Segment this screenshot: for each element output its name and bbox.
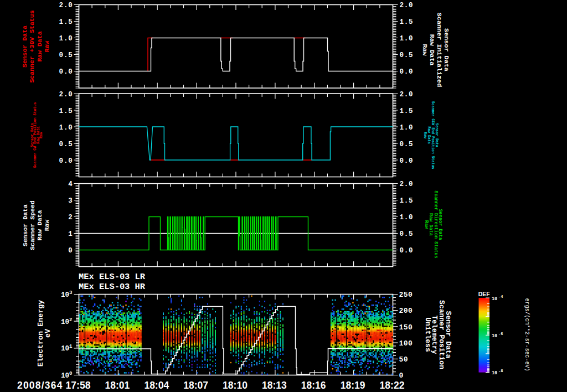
svg-text:1: 1 xyxy=(68,230,73,238)
svg-text:1.5: 1.5 xyxy=(59,107,73,115)
svg-text:2: 2 xyxy=(69,317,72,323)
svg-text:Unitless: Unitless xyxy=(424,317,432,352)
svg-text:18:04: 18:04 xyxy=(144,380,169,391)
svg-text:1.0: 1.0 xyxy=(400,124,414,132)
svg-text:0.5: 0.5 xyxy=(400,230,414,238)
svg-text:Raw: Raw xyxy=(421,44,429,56)
svg-text:Scanner Speed: Scanner Speed xyxy=(29,200,36,250)
svg-text:10: 10 xyxy=(61,372,69,380)
svg-text:-4: -4 xyxy=(498,295,503,299)
svg-text:0.5: 0.5 xyxy=(59,141,73,148)
svg-text:2008/364: 2008/364 xyxy=(17,380,63,391)
svg-text:Raw: Raw xyxy=(424,220,429,229)
svg-text:50: 50 xyxy=(399,355,409,364)
svg-text:Sensor Data: Sensor Data xyxy=(21,25,28,68)
svg-text:0.5: 0.5 xyxy=(59,51,73,59)
svg-text:10: 10 xyxy=(492,333,497,339)
svg-text:10: 10 xyxy=(61,345,69,353)
svg-text:0.0: 0.0 xyxy=(400,157,414,165)
svg-text:0: 0 xyxy=(68,247,73,255)
svg-text:1: 1 xyxy=(69,344,73,349)
svg-text:Raw: Raw xyxy=(39,132,43,138)
svg-text:0.0: 0.0 xyxy=(400,68,414,76)
svg-text:0: 0 xyxy=(399,372,404,380)
svg-text:0.0: 0.0 xyxy=(400,247,414,255)
svg-text:1.0: 1.0 xyxy=(59,124,73,132)
svg-text:Scanner +30V Status: Scanner +30V Status xyxy=(28,10,35,82)
svg-text:18:13: 18:13 xyxy=(262,380,287,391)
svg-text:1.0: 1.0 xyxy=(400,214,414,221)
svg-text:18:10: 18:10 xyxy=(223,380,248,391)
svg-text:2.0: 2.0 xyxy=(59,91,73,99)
svg-text:-6: -6 xyxy=(498,332,503,336)
svg-text:0.0: 0.0 xyxy=(59,68,73,76)
svg-text:18:16: 18:16 xyxy=(301,380,326,391)
svg-text:3: 3 xyxy=(68,197,73,205)
svg-text:2.0: 2.0 xyxy=(400,2,414,9)
svg-text:10: 10 xyxy=(492,370,497,376)
svg-text:1.0: 1.0 xyxy=(400,35,414,43)
svg-text:200: 200 xyxy=(399,307,413,315)
svg-text:10: 10 xyxy=(61,318,69,326)
svg-text:2.0: 2.0 xyxy=(400,91,414,99)
svg-text:0: 0 xyxy=(69,371,72,376)
svg-text:0.5: 0.5 xyxy=(400,141,414,148)
svg-text:ergs/(cm**2-sr-sec-eV): ergs/(cm**2-sr-sec-eV) xyxy=(524,298,530,371)
svg-text:1.5: 1.5 xyxy=(59,18,73,26)
svg-text:18:19: 18:19 xyxy=(341,380,365,391)
svg-text:Raw: Raw xyxy=(424,132,427,138)
svg-text:MEx ELS-03 LR: MEx ELS-03 LR xyxy=(79,272,146,282)
svg-text:1.5: 1.5 xyxy=(400,18,414,26)
svg-text:2.0: 2.0 xyxy=(59,2,73,9)
svg-text:18:22: 18:22 xyxy=(380,380,405,391)
svg-text:0.0: 0.0 xyxy=(59,157,73,165)
svg-text:MEx ELS-03 HR: MEx ELS-03 HR xyxy=(79,282,146,292)
svg-text:150: 150 xyxy=(399,323,413,332)
svg-text:10: 10 xyxy=(492,296,497,302)
svg-text:DEF: DEF xyxy=(478,291,491,297)
svg-text:18:01: 18:01 xyxy=(105,380,130,391)
svg-text:17:58: 17:58 xyxy=(66,380,91,391)
svg-text:1.5: 1.5 xyxy=(400,197,414,205)
svg-text:3: 3 xyxy=(69,290,72,296)
svg-text:Raw Data: Raw Data xyxy=(36,210,43,240)
svg-text:Sensor Data: Sensor Data xyxy=(22,204,29,246)
svg-text:1.0: 1.0 xyxy=(59,35,73,43)
svg-text:2.0: 2.0 xyxy=(400,180,414,188)
svg-text:18:07: 18:07 xyxy=(183,380,208,391)
svg-text:0.5: 0.5 xyxy=(400,51,414,59)
svg-text:eV: eV xyxy=(44,328,52,338)
svg-text:-8: -8 xyxy=(498,369,503,373)
svg-text:Raw: Raw xyxy=(43,220,50,231)
svg-text:100: 100 xyxy=(399,339,413,348)
svg-text:2: 2 xyxy=(68,214,73,221)
svg-text:4: 4 xyxy=(68,180,73,188)
svg-text:1.5: 1.5 xyxy=(400,107,414,115)
svg-text:250: 250 xyxy=(399,291,413,299)
svg-text:Raw Data: Raw Data xyxy=(36,31,43,61)
svg-text:10: 10 xyxy=(61,291,69,299)
svg-text:Raw: Raw xyxy=(43,41,50,53)
